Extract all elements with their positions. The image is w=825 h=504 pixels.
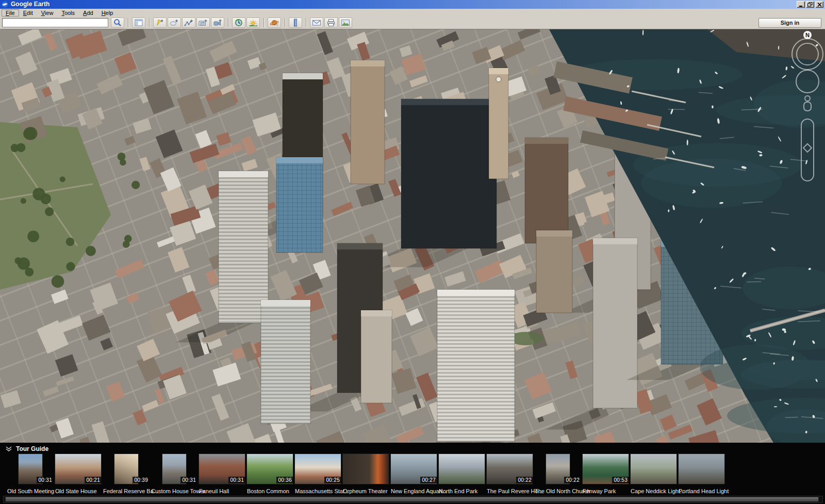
tour-thumbnail[interactable] bbox=[678, 453, 725, 484]
sidebar-icon bbox=[134, 19, 143, 27]
print-button[interactable] bbox=[324, 18, 338, 28]
tour-item-label: Custom House Tower bbox=[151, 488, 205, 494]
record-tour-icon bbox=[213, 19, 222, 27]
tour-duration-badge: 00:22 bbox=[516, 477, 533, 483]
search-input[interactable] bbox=[2, 18, 108, 27]
tour-duration-badge: 00:21 bbox=[85, 477, 102, 483]
record-tour-button[interactable] bbox=[211, 18, 224, 28]
polygon-icon bbox=[170, 19, 179, 27]
save-image-button[interactable] bbox=[339, 18, 352, 28]
tour-guide-item[interactable]: 00:21 Old State House bbox=[54, 453, 102, 494]
earth-view-canvas[interactable]: N bbox=[0, 29, 825, 443]
tour-guide-item[interactable]: 00:27 New England Aquari... bbox=[390, 453, 438, 494]
tour-guide-scrollbar[interactable] bbox=[3, 496, 823, 503]
sunlight-icon bbox=[249, 19, 258, 27]
window-title: Google Earth bbox=[11, 0, 50, 9]
email-button[interactable] bbox=[310, 18, 323, 28]
search-button[interactable] bbox=[111, 18, 124, 28]
tour-guide-item[interactable]: 00:36 Boston Common bbox=[246, 453, 294, 494]
tour-thumbnail[interactable] bbox=[630, 453, 677, 484]
ruler-button[interactable] bbox=[289, 18, 302, 28]
ruler-icon bbox=[291, 19, 300, 27]
tour-guide-item[interactable]: Cape Neddick Light... bbox=[630, 453, 678, 494]
sign-in-button[interactable]: Sign in bbox=[758, 18, 821, 28]
print-icon bbox=[326, 19, 336, 27]
tour-guide-panel: Tour Guide 00:31 Old South Meeting ... 0… bbox=[0, 443, 825, 504]
minimize-button[interactable] bbox=[797, 1, 805, 8]
planets-button[interactable] bbox=[268, 18, 281, 28]
tour-guide-item[interactable]: 00:31 Faneuil Hall bbox=[198, 453, 246, 494]
toolbar-separator bbox=[149, 18, 150, 27]
add-placemark-button[interactable] bbox=[153, 18, 167, 28]
tour-item-label: Orpheum Theater bbox=[343, 488, 388, 494]
tour-duration-badge: 00:22 bbox=[564, 477, 581, 483]
tour-item-label: Old State House bbox=[55, 488, 97, 494]
tour-item-label: Fenway Park bbox=[583, 488, 616, 494]
toolbar-separator bbox=[228, 18, 228, 27]
add-polygon-button[interactable] bbox=[168, 18, 181, 28]
tour-duration-badge: 00:31 bbox=[37, 477, 54, 483]
placemark-icon bbox=[155, 19, 164, 27]
tour-thumbnail[interactable] bbox=[342, 453, 389, 484]
tour-duration-badge: 00:31 bbox=[180, 477, 197, 483]
menu-file[interactable]: File bbox=[2, 9, 19, 16]
toolbar-separator bbox=[128, 18, 128, 27]
title-bar: Google Earth bbox=[0, 0, 825, 9]
tour-item-label: North End Park bbox=[439, 488, 477, 494]
toolbar-separator bbox=[306, 18, 306, 27]
menu-add[interactable]: Add bbox=[79, 9, 97, 16]
tour-duration-badge: 00:31 bbox=[228, 477, 245, 483]
planets-icon bbox=[270, 19, 279, 27]
tour-item-label: Old South Meeting ... bbox=[7, 488, 60, 494]
tour-thumbnail[interactable] bbox=[438, 453, 485, 484]
minimize-icon bbox=[799, 3, 803, 7]
historical-imagery-icon bbox=[234, 19, 243, 27]
path-icon bbox=[184, 19, 193, 27]
tour-item-label: Boston Common bbox=[247, 488, 289, 494]
tour-guide-item[interactable]: 00:25 Massachusetts Stat... bbox=[294, 453, 342, 494]
tour-item-label: Faneuil Hall bbox=[199, 488, 229, 494]
tour-duration-badge: 00:25 bbox=[324, 477, 341, 483]
menu-bar: File Edit View Tools Add Help bbox=[0, 9, 825, 16]
save-image-icon bbox=[341, 19, 350, 27]
toolbar-separator bbox=[263, 18, 264, 27]
tour-item-label: Massachusetts Stat... bbox=[295, 488, 349, 494]
close-icon bbox=[817, 3, 822, 7]
tour-guide-item[interactable]: 00:31 Old South Meeting ... bbox=[6, 453, 54, 494]
tour-duration-badge: 00:36 bbox=[276, 477, 293, 483]
google-earth-window: Google Earth File Edit View Tools Add He… bbox=[0, 0, 825, 504]
image-overlay-icon bbox=[199, 19, 208, 27]
tour-guide-item[interactable]: Portland Head Light bbox=[678, 453, 725, 494]
restore-button[interactable] bbox=[806, 1, 814, 8]
tour-guide-strip: 00:31 Old South Meeting ... 00:21 Old St… bbox=[6, 453, 825, 484]
toggle-sidebar-button[interactable] bbox=[132, 18, 145, 28]
close-button[interactable] bbox=[815, 1, 823, 8]
add-path-button[interactable] bbox=[182, 18, 195, 28]
tour-scrollbar-thumb[interactable] bbox=[5, 497, 819, 502]
add-image-overlay-button[interactable] bbox=[196, 18, 210, 28]
restore-icon bbox=[807, 2, 813, 7]
tour-guide-item[interactable]: Orpheum Theater bbox=[342, 453, 390, 494]
menu-edit[interactable]: Edit bbox=[19, 9, 37, 16]
earth-3d-view[interactable]: N bbox=[0, 29, 825, 443]
tour-guide-item[interactable]: North End Park bbox=[438, 453, 486, 494]
tour-guide-item[interactable]: 00:39 Federal Reserve Ba... bbox=[102, 453, 150, 494]
email-icon bbox=[312, 19, 321, 27]
toolbar: Sign in bbox=[0, 16, 825, 29]
tour-guide-title: Tour Guide bbox=[16, 445, 48, 452]
google-earth-logo-icon bbox=[2, 1, 8, 8]
compass-north-label: N bbox=[805, 32, 810, 38]
menu-help[interactable]: Help bbox=[97, 9, 118, 16]
toolbar-separator bbox=[285, 18, 285, 27]
sunlight-button[interactable] bbox=[246, 18, 260, 28]
tour-guide-item[interactable]: 00:22 The Old North Church bbox=[534, 453, 582, 494]
menu-tools[interactable]: Tools bbox=[57, 9, 79, 16]
historical-imagery-button[interactable] bbox=[232, 18, 245, 28]
menu-view[interactable]: View bbox=[37, 9, 58, 16]
tour-guide-item[interactable]: 00:22 The Paul Revere Ho... bbox=[486, 453, 534, 494]
collapse-tour-guide-icon[interactable] bbox=[5, 446, 12, 451]
tour-guide-item[interactable]: 00:31 Custom House Tower bbox=[150, 453, 198, 494]
tour-guide-item[interactable]: 00:53 Fenway Park bbox=[582, 453, 630, 494]
tour-duration-badge: 00:27 bbox=[420, 477, 437, 483]
tour-item-label: Portland Head Light bbox=[679, 488, 729, 494]
